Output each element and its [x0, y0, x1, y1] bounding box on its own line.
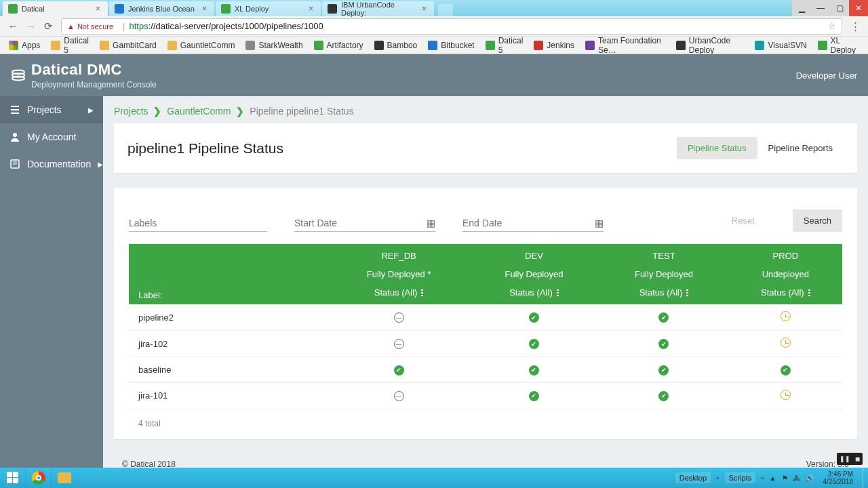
- book-icon: [9, 159, 20, 169]
- tab-pipeline-reports[interactable]: Pipeline Reports: [757, 137, 844, 159]
- current-user[interactable]: Developer User: [796, 70, 857, 81]
- window-maximize-button[interactable]: ▢: [830, 0, 849, 16]
- tab-title: Datical: [22, 5, 45, 13]
- crumb-projects[interactable]: Projects: [114, 106, 149, 117]
- sidebar-item-projects[interactable]: Projects ▶: [0, 96, 103, 123]
- window-user-icon[interactable]: ▁: [792, 0, 811, 16]
- search-button[interactable]: Search: [793, 209, 842, 232]
- tray-up-icon[interactable]: ▲: [770, 474, 776, 482]
- bookmark-item[interactable]: GauntletComm: [163, 39, 240, 52]
- taskbar-clock[interactable]: 3:46 PM 4/25/2018: [819, 470, 858, 485]
- bookmark-item[interactable]: XL Deploy: [813, 35, 864, 56]
- tray-toolbar[interactable]: Scripts: [725, 472, 756, 483]
- app-logo[interactable]: Datical DMC Deployment Management Consol…: [11, 61, 157, 89]
- window-close-button[interactable]: ✕: [849, 0, 868, 16]
- browser-tab[interactable]: IBM UrbanCode Deploy: ×: [322, 1, 434, 16]
- flag-icon[interactable]: ⚑: [782, 474, 788, 482]
- browser-tab[interactable]: Jenkins Blue Ocean ×: [109, 1, 214, 16]
- table-row[interactable]: jira-101—✔✔: [129, 382, 842, 409]
- start-button[interactable]: [0, 468, 26, 488]
- sidebar-item-label: My Account: [27, 131, 76, 142]
- browser-tab[interactable]: Datical ×: [3, 1, 108, 16]
- kebab-icon[interactable]: [686, 289, 688, 297]
- tab-close-icon[interactable]: ×: [200, 4, 209, 14]
- start-date-input[interactable]: [294, 218, 427, 228]
- status-cell: ✔: [329, 357, 469, 383]
- table-row[interactable]: pipeline2—✔✔: [129, 304, 842, 331]
- bookmark-item[interactable]: VisualSVN: [750, 39, 811, 52]
- recording-controls[interactable]: ❚❚◼: [837, 453, 863, 465]
- table-row[interactable]: jira-102—✔✔: [129, 331, 842, 357]
- env-name: DEV: [469, 244, 599, 265]
- tab-close-icon[interactable]: ×: [307, 4, 315, 14]
- favicon-icon: [115, 4, 124, 14]
- status-filter[interactable]: Status (All): [469, 283, 599, 304]
- bookmark-item[interactable]: Datical 5: [46, 35, 94, 56]
- window-minimize-button[interactable]: —: [811, 0, 830, 16]
- browser-tabs: Datical × Jenkins Blue Ocean × XL Deploy…: [0, 0, 792, 16]
- tab-pipeline-status[interactable]: Pipeline Status: [677, 137, 757, 159]
- calendar-icon[interactable]: ▦: [427, 218, 435, 228]
- show-desktop-button[interactable]: [863, 468, 867, 488]
- bookmark-item[interactable]: Datical 5: [481, 35, 528, 56]
- bookmark-item[interactable]: UrbanCode Deploy: [671, 35, 749, 56]
- labels-field[interactable]: [129, 215, 267, 232]
- start-date-field[interactable]: ▦: [294, 215, 435, 232]
- bookmark-item[interactable]: Bitbucket: [423, 39, 479, 52]
- bookmark-item[interactable]: StarkWealth: [241, 39, 307, 52]
- calendar-icon[interactable]: ▦: [595, 218, 604, 228]
- reset-button[interactable]: Reset: [721, 209, 766, 232]
- kebab-icon[interactable]: [808, 289, 810, 297]
- bookmark-apps[interactable]: Apps: [4, 39, 45, 52]
- tray-toolbar[interactable]: Desktop: [675, 472, 711, 483]
- status-filter[interactable]: Status (All): [599, 283, 729, 304]
- tab-close-icon[interactable]: ×: [420, 4, 429, 14]
- sidebar-item-account[interactable]: My Account: [0, 123, 103, 150]
- reload-button[interactable]: ⟳: [41, 19, 56, 34]
- browser-menu-button[interactable]: ⋮: [848, 19, 863, 34]
- windows-taskbar: Desktop» Scripts» ▲ ⚑ 🖧 🔊 3:46 PM 4/25/2…: [0, 468, 868, 488]
- stop-icon[interactable]: ◼: [855, 455, 860, 462]
- status-filter[interactable]: Status (All): [329, 283, 469, 304]
- crumb-project[interactable]: GauntletComm: [167, 106, 231, 117]
- datical-logo-icon: [11, 68, 26, 82]
- taskbar-explorer[interactable]: [52, 468, 77, 488]
- end-date-input[interactable]: [462, 218, 595, 228]
- back-button[interactable]: ←: [5, 19, 20, 34]
- sidebar-item-docs[interactable]: Documentation ▶: [0, 150, 103, 178]
- env-state: Fully Deployed: [469, 265, 599, 283]
- bookmark-item[interactable]: Jenkins: [529, 39, 579, 52]
- check-icon: ✔: [658, 339, 669, 349]
- end-date-field[interactable]: ▦: [462, 215, 604, 232]
- status-filter[interactable]: Status (All): [729, 283, 842, 304]
- tab-close-icon[interactable]: ×: [94, 4, 102, 14]
- dash-icon: —: [394, 391, 404, 401]
- svg-rect-5: [7, 472, 12, 477]
- sound-icon[interactable]: 🔊: [806, 474, 814, 482]
- taskbar-chrome[interactable]: [26, 468, 52, 488]
- svg-rect-6: [13, 472, 18, 477]
- kebab-icon[interactable]: [557, 289, 559, 297]
- not-secure-badge: ▲ Not secure: [67, 22, 113, 30]
- status-cell: ✔: [729, 357, 842, 383]
- address-bar[interactable]: ▲ Not secure | https://datical-server/pr…: [61, 18, 842, 35]
- dash-icon: —: [394, 339, 404, 349]
- bookmark-item[interactable]: GambitCard: [95, 39, 161, 52]
- chrome-icon: [32, 471, 45, 485]
- pause-icon[interactable]: ❚❚: [840, 455, 850, 462]
- forward-button[interactable]: →: [23, 19, 38, 34]
- bookmark-item[interactable]: Bamboo: [370, 39, 422, 52]
- browser-tab[interactable]: XL Deploy ×: [216, 1, 321, 16]
- kebab-icon[interactable]: [421, 289, 423, 297]
- site-icon: [486, 41, 495, 50]
- labels-input[interactable]: [129, 218, 267, 228]
- network-icon[interactable]: 🖧: [793, 474, 800, 482]
- bookmark-star-icon[interactable]: ☆: [828, 21, 836, 31]
- new-tab-button[interactable]: [438, 4, 453, 16]
- table-row[interactable]: baseline✔✔✔✔: [129, 357, 842, 383]
- page-tabs: Pipeline Status Pipeline Reports: [677, 137, 844, 159]
- row-label: baseline: [129, 357, 329, 383]
- bookmark-item[interactable]: Artifactory: [309, 39, 368, 52]
- page-title: pipeline1 Pipeline Status: [127, 140, 283, 157]
- bookmark-item[interactable]: Team Foundation Se…: [580, 35, 670, 56]
